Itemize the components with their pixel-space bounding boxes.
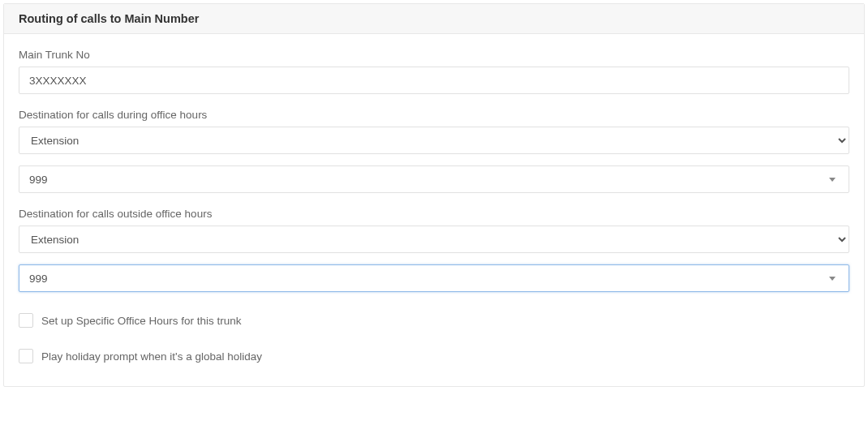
dest-outside-sub-select[interactable]: 999 bbox=[19, 264, 849, 292]
dest-office-group: Destination for calls during office hour… bbox=[19, 109, 849, 193]
caret-down-icon bbox=[829, 277, 836, 281]
main-trunk-label: Main Trunk No bbox=[19, 49, 849, 61]
panel-body: Main Trunk No Destination for calls duri… bbox=[4, 34, 864, 386]
dest-outside-group: Destination for calls outside office hou… bbox=[19, 208, 849, 292]
dest-office-sub-value: 999 bbox=[29, 174, 48, 186]
dest-outside-select[interactable]: Extension bbox=[19, 226, 849, 253]
main-trunk-input[interactable] bbox=[19, 67, 849, 94]
specific-hours-label: Set up Specific Office Hours for this tr… bbox=[41, 315, 242, 327]
specific-hours-checkbox[interactable] bbox=[19, 313, 33, 328]
dest-office-select[interactable]: Extension bbox=[19, 127, 849, 154]
dest-outside-label: Destination for calls outside office hou… bbox=[19, 208, 849, 220]
holiday-prompt-row: Play holiday prompt when it's a global h… bbox=[19, 349, 849, 363]
panel-title: Routing of calls to Main Number bbox=[19, 12, 849, 25]
panel-header: Routing of calls to Main Number bbox=[4, 4, 864, 34]
holiday-prompt-checkbox[interactable] bbox=[19, 349, 33, 363]
specific-hours-row: Set up Specific Office Hours for this tr… bbox=[19, 313, 849, 328]
dest-outside-sub-value: 999 bbox=[29, 273, 48, 285]
caret-down-icon bbox=[829, 178, 836, 182]
dest-office-label: Destination for calls during office hour… bbox=[19, 109, 849, 121]
main-trunk-group: Main Trunk No bbox=[19, 49, 849, 94]
routing-panel: Routing of calls to Main Number Main Tru… bbox=[3, 3, 865, 387]
dest-office-sub-select[interactable]: 999 bbox=[19, 165, 849, 193]
holiday-prompt-label: Play holiday prompt when it's a global h… bbox=[41, 350, 262, 363]
